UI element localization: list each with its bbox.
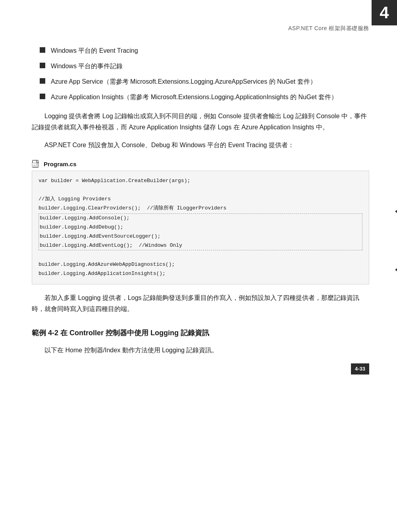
code-line: builder.Logging.AddEventLog(); //Windows… xyxy=(40,241,361,250)
list-item: Windows 平台的 Event Tracing xyxy=(40,45,369,56)
paragraph-1: Logging 提供者會將 Log 記錄輸出或寫入到不同目的端，例如 Conso… xyxy=(32,111,369,134)
paragraph-2: ASP.NET Core 預設會加入 Console、Debug 和 Windo… xyxy=(32,140,369,151)
header-title: ASP.NET Core 框架與基礎服務 xyxy=(288,24,369,33)
paragraph-3: 若加入多重 Logging 提供者，Logs 記錄能夠發送到多重目的作寫入，例如… xyxy=(32,292,369,315)
code-line: builder.Logging.AddConsole(); xyxy=(40,214,361,223)
page-header: ASP.NET Core 框架與基礎服務 4 xyxy=(32,24,369,33)
file-icon: cs xyxy=(32,160,40,169)
code-block-container: var builder = WebApplication.CreateBuild… xyxy=(32,171,369,284)
code-line: builder.Logging.AddApplicationInsights()… xyxy=(39,269,362,278)
highlighted-code-group: builder.Logging.AddConsole(); builder.Lo… xyxy=(39,213,362,250)
bullet-text: Azure App Service（需參考 Microsoft.Extensio… xyxy=(51,76,369,87)
list-item: Azure App Service（需參考 Microsoft.Extensio… xyxy=(40,76,369,87)
code-line: builder.Logging.AddAzureWebAppDiagnostic… xyxy=(39,260,362,269)
svg-text:cs: cs xyxy=(32,164,35,167)
file-label: Program.cs xyxy=(44,159,77,169)
page-number: 4-33 xyxy=(351,363,369,375)
bullet-icon xyxy=(40,47,45,53)
file-label-row: cs Program.cs xyxy=(32,159,369,169)
bullet-list: Windows 平台的 Event Tracing Windows 平台的事件記… xyxy=(32,45,369,103)
code-line: //加入 Logging Providers xyxy=(39,195,362,204)
bullet-icon xyxy=(40,78,45,84)
code-line: var builder = WebApplication.CreateBuild… xyxy=(39,177,362,186)
section-paragraph: 以下在 Home 控制器/Index 動作方法使用 Logging 記錄資訊。 xyxy=(32,345,369,356)
code-line: builder.Logging.AddDebug(); xyxy=(40,223,361,232)
code-line xyxy=(39,186,362,195)
page-wrapper: ASP.NET Core 框架與基礎服務 4 Windows 平台的 Event… xyxy=(0,0,397,386)
chapter-tab: 4 xyxy=(372,0,397,25)
code-block: var builder = WebApplication.CreateBuild… xyxy=(32,171,369,284)
list-item: Azure Application Insights（需參考 Microsoft… xyxy=(40,92,369,102)
code-line: builder.Logging.AddEventSourceLogger(); xyxy=(40,232,361,241)
list-item: Windows 平台的事件記錄 xyxy=(40,61,369,71)
code-line: builder.Logging.ClearProviders(); //清除所有… xyxy=(39,204,362,213)
bullet-text: Windows 平台的 Event Tracing xyxy=(51,45,369,56)
annotation-2: 加入其他提供者 xyxy=(395,264,397,275)
code-line xyxy=(39,251,362,260)
section-heading: 範例 4-2 在 Controller 控制器中使用 Logging 記錄資訊 xyxy=(32,328,369,338)
annotation-1: 系統預設提供者 xyxy=(395,206,397,217)
arrow-icon xyxy=(395,209,397,214)
bullet-text: Azure Application Insights（需參考 Microsoft… xyxy=(51,92,369,102)
bullet-icon xyxy=(40,94,45,99)
bullet-text: Windows 平台的事件記錄 xyxy=(51,61,369,71)
bullet-icon xyxy=(40,63,45,68)
arrow-icon xyxy=(395,267,397,273)
